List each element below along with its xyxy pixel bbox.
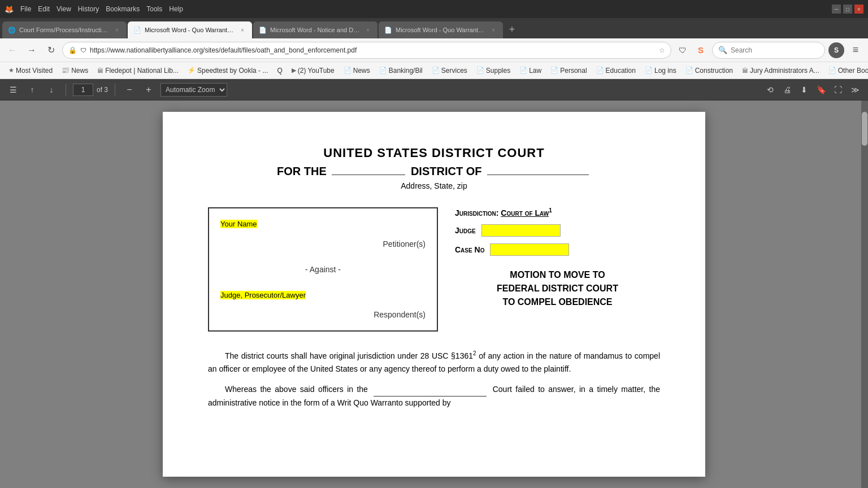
supples-icon: 📄 (476, 67, 484, 74)
bookmark-jury-admin[interactable]: 🏛 Jury Administrators A... (738, 65, 823, 76)
search-icon: 🔍 (718, 46, 727, 54)
tab-close-3[interactable]: × (364, 26, 372, 34)
search-box[interactable]: 🔍 (712, 42, 825, 59)
tab-notice-demon[interactable]: 📄 Microsoft Word - Notice and Demon... × (253, 21, 377, 38)
menu-help[interactable]: Help (169, 5, 183, 13)
bookmark-speedtest-label: Speedtest by Ookla - ... (197, 67, 268, 75)
case-no-line: Case No (455, 243, 660, 256)
case-left-box: Your Name Petitioner(s) - Against - Judg… (208, 207, 438, 332)
forward-button[interactable]: → (24, 42, 40, 58)
document-title: UNITED STATES DISTRICT COURT (208, 146, 660, 160)
tab-close-4[interactable]: × (489, 26, 497, 34)
scroll-down-button[interactable]: ↓ (44, 82, 59, 97)
bookmark-youtube[interactable]: ▶ (2) YouTube (288, 65, 338, 76)
zoom-out-button[interactable]: − (122, 82, 137, 97)
bookmark-star-icon[interactable]: ☆ (659, 46, 665, 54)
menu-view[interactable]: View (57, 5, 71, 13)
bookmark-most-visited[interactable]: ★ Most Visited (5, 65, 57, 76)
other-bookmarks-icon: 📄 (828, 67, 836, 74)
bookmark-logins[interactable]: 📄 Log ins (641, 65, 680, 76)
bookmark-personal[interactable]: 📄 Personal (546, 65, 591, 76)
bookmark-law-label: Law (529, 67, 541, 75)
bookmark-news-2[interactable]: 📄 News (340, 65, 374, 76)
url-shield: 🛡 (80, 47, 86, 54)
zoom-in-button[interactable]: + (141, 82, 156, 97)
minimize-button[interactable]: ─ (832, 5, 841, 14)
back-button[interactable]: ← (5, 42, 20, 58)
expand-button[interactable]: ⛶ (831, 82, 845, 97)
bookmark-other[interactable]: 📄 Other Bookmarks (824, 65, 868, 76)
court-type: Court of Law (501, 208, 549, 217)
paragraph-2: Whereas the above said officers in the C… (208, 383, 660, 410)
menu-bookmarks[interactable]: Bookmarks (106, 5, 140, 13)
judge-line: Judge (455, 224, 660, 237)
rotate-button[interactable]: ⟲ (763, 82, 778, 97)
firefox-account-icon[interactable]: S (693, 42, 709, 58)
bookmark-q[interactable]: Q (273, 65, 286, 76)
case-no-field[interactable] (490, 243, 569, 256)
petitioner-label: Petitioner(s) (220, 239, 426, 249)
scroll-up-button[interactable]: ↑ (25, 82, 40, 97)
personal-icon: 📄 (550, 67, 558, 74)
bookmark-pdf-button[interactable]: 🔖 (814, 82, 828, 97)
respondent-label: Respondent(s) (220, 310, 426, 319)
star-icon: ★ (8, 67, 14, 74)
pdf-content: UNITED STATES DISTRICT COURT FOR THE DIS… (0, 101, 868, 488)
scrollbar[interactable] (861, 101, 868, 488)
zoom-select[interactable]: Automatic Zoom 50% 75% 100% 125% 150% 20… (160, 83, 227, 97)
refresh-button[interactable]: ↻ (43, 42, 59, 58)
bookmark-banking[interactable]: 📄 Banking/Bil (375, 65, 427, 76)
menu-history[interactable]: History (78, 5, 99, 13)
new-tab-button[interactable]: + (504, 21, 520, 37)
pdf-page: UNITED STATES DISTRICT COURT FOR THE DIS… (163, 112, 705, 477)
toggle-sidebar-button[interactable]: ☰ (6, 82, 20, 97)
bookmark-services-label: Services (441, 67, 467, 75)
hamburger-menu-button[interactable]: ≡ (848, 42, 863, 58)
bookmark-supples[interactable]: 📄 Supples (472, 65, 514, 76)
judge-field[interactable] (481, 224, 561, 237)
tab-close-1[interactable]: × (113, 26, 121, 34)
bookmark-news-1-label: News (71, 67, 88, 75)
shield-icon[interactable]: 🛡 (675, 42, 691, 58)
profile-button[interactable]: S (828, 42, 844, 58)
bookmark-law[interactable]: 📄 Law (515, 65, 545, 76)
tab-court-forms[interactable]: 🌐 Court Forms/Process/Instructio... × (2, 21, 127, 38)
tab-quo-warranto-qi[interactable]: 📄 Microsoft Word - Quo Warranto qi... × (379, 21, 503, 38)
bookmark-news-1[interactable]: 📰 News (58, 65, 92, 76)
banking-icon: 📄 (379, 67, 387, 74)
url-bar[interactable]: 🔒 🛡 https://www.nationallibertyalliance.… (62, 42, 671, 59)
your-name-text: Your Name (220, 220, 257, 228)
menu-tools[interactable]: Tools (146, 5, 162, 13)
tab-label-2: Microsoft Word - Quo Warranto Enfor... (145, 27, 235, 33)
tab-label: Court Forms/Process/Instructio... (19, 27, 110, 33)
scrollbar-thumb[interactable] (862, 112, 867, 146)
blank-court (374, 396, 487, 396)
maximize-button[interactable]: □ (843, 5, 852, 14)
judge-lawyer-field: Judge, Prosecutor/Lawyer (220, 291, 426, 299)
page-number-input[interactable] (73, 84, 93, 96)
bookmark-services[interactable]: 📄 Services (428, 65, 471, 76)
jury-admin-icon: 🏛 (742, 67, 748, 74)
bookmark-fledepot[interactable]: 🏛 Fledepot | National Lib... (93, 65, 183, 76)
speedtest-icon: ⚡ (188, 67, 196, 74)
tab-quo-warranto-enforce[interactable]: 📄 Microsoft Word - Quo Warranto Enfor...… (128, 21, 252, 38)
title-bar-menu: File Edit View History Bookmarks Tools H… (20, 5, 183, 13)
print-button[interactable]: 🖨 (780, 82, 795, 97)
bookmark-construction[interactable]: 📄 Construction (682, 65, 737, 76)
search-input[interactable] (731, 46, 815, 54)
bookmark-logins-label: Log ins (654, 67, 676, 75)
menu-edit[interactable]: Edit (38, 5, 50, 13)
more-tools-button[interactable]: ≫ (848, 82, 862, 97)
tab-close-2[interactable]: × (238, 26, 246, 34)
tab-favicon-2: 📄 (133, 27, 141, 34)
bookmark-q-label: Q (277, 67, 282, 75)
close-button[interactable]: × (854, 5, 863, 14)
menu-file[interactable]: File (20, 5, 31, 13)
bookmark-speedtest[interactable]: ⚡ Speedtest by Ookla - ... (184, 65, 272, 76)
app-logo: 🦊 (5, 5, 14, 14)
bookmark-other-label: Other Bookmarks (838, 67, 868, 75)
pdf-right-tools: ⟲ 🖨 ⬇ 🔖 ⛶ ≫ (763, 82, 862, 97)
document-subtitle: FOR THE DISTRICT OF (208, 165, 660, 178)
download-button[interactable]: ⬇ (797, 82, 811, 97)
bookmark-education[interactable]: 📄 Education (592, 65, 640, 76)
